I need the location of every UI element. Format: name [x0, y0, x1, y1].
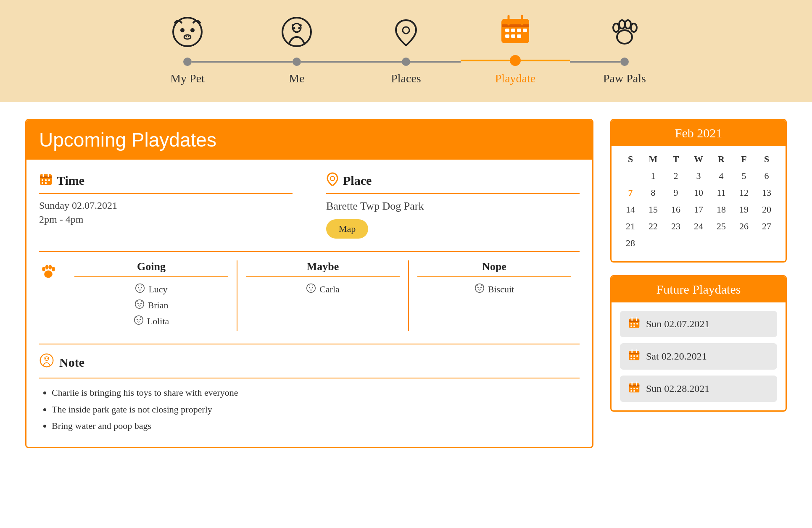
- future-item-2[interactable]: Sun 02.28.2021: [620, 376, 777, 402]
- going-member-2: Lolita: [147, 316, 169, 327]
- svg-rect-72: [629, 320, 640, 322]
- cal-27[interactable]: 27: [756, 219, 777, 234]
- nav-step-me[interactable]: Me: [242, 15, 351, 85]
- cal-14[interactable]: 14: [620, 202, 641, 217]
- maybe-header: Maybe: [246, 260, 400, 277]
- cal-week-4: 21 22 23 24 25 26 27: [620, 219, 777, 234]
- svg-point-39: [330, 176, 335, 181]
- calendar-grid: S M T W R F S 1 2 3 4 5 6: [612, 146, 786, 261]
- svg-point-58: [309, 287, 310, 288]
- panel-title: Upcoming Playdates: [39, 129, 580, 151]
- nav-step-paw-pals[interactable]: Paw Pals: [570, 15, 679, 85]
- maybe-column: Maybe Carla: [237, 260, 409, 331]
- svg-rect-24: [517, 34, 521, 38]
- cal-6[interactable]: 6: [756, 169, 777, 183]
- nav-steps: My Pet Me: [133, 13, 679, 85]
- cal-10[interactable]: 10: [688, 186, 709, 200]
- nav-dot-places: [402, 58, 410, 66]
- cal-28[interactable]: 28: [620, 236, 641, 250]
- cal-20[interactable]: 20: [756, 202, 777, 217]
- cal-empty-2: [643, 236, 664, 250]
- place-name: Barette Twp Dog Park: [326, 200, 580, 213]
- pet-face-lucy: [135, 283, 145, 296]
- svg-point-11: [298, 27, 301, 29]
- cal-25[interactable]: 25: [711, 219, 732, 234]
- cal-9[interactable]: 9: [665, 186, 686, 200]
- svg-rect-37: [42, 182, 43, 184]
- svg-point-1: [180, 28, 185, 32]
- svg-point-69: [45, 358, 46, 359]
- svg-rect-96: [630, 390, 632, 392]
- svg-rect-81: [629, 353, 640, 355]
- svg-point-55: [140, 319, 141, 320]
- note-person-icon: [39, 353, 54, 372]
- cal-22[interactable]: 22: [643, 219, 664, 234]
- svg-point-53: [134, 316, 143, 324]
- future-item-1[interactable]: Sat 02.20.2021: [620, 343, 777, 370]
- cal-8[interactable]: 8: [643, 186, 664, 200]
- nav-label-places: Places: [391, 72, 421, 85]
- nav-dot-my-pet: [183, 58, 192, 66]
- nav-step-playdate[interactable]: Playdate: [461, 13, 570, 85]
- svg-point-27: [619, 20, 625, 29]
- future-date-0: Sun 02.07.2021: [646, 318, 709, 330]
- attendance-table: Going Lucy Brian: [66, 260, 580, 331]
- cal-2[interactable]: 2: [665, 169, 686, 183]
- cal-26[interactable]: 26: [733, 219, 754, 234]
- future-calendar-icon-2: [628, 381, 640, 396]
- cal-15[interactable]: 15: [643, 202, 664, 217]
- svg-point-2: [190, 28, 195, 32]
- cal-12[interactable]: 12: [733, 186, 754, 200]
- svg-point-25: [617, 30, 632, 44]
- cal-header-m: M: [643, 152, 664, 166]
- future-item-0[interactable]: Sun 02.07.2021: [620, 311, 777, 337]
- svg-rect-67: [45, 357, 46, 358]
- nope-header: Nope: [417, 260, 571, 277]
- cal-13[interactable]: 13: [756, 186, 777, 200]
- svg-point-45: [136, 284, 144, 292]
- cal-5[interactable]: 5: [733, 169, 754, 183]
- nav-label-paw-pals: Paw Pals: [603, 72, 646, 85]
- svg-point-62: [477, 287, 479, 288]
- nav-step-my-pet[interactable]: My Pet: [133, 15, 242, 85]
- cal-19[interactable]: 19: [733, 202, 754, 217]
- calendar-headers-row: S M T W R F S: [620, 152, 777, 166]
- location-small-icon: [326, 172, 339, 189]
- svg-rect-35: [45, 179, 47, 181]
- nav-step-places[interactable]: Places: [351, 15, 461, 85]
- cal-16[interactable]: 16: [665, 202, 686, 217]
- nope-column: Nope Biscuit: [409, 260, 580, 331]
- cal-header-r: R: [711, 152, 732, 166]
- cal-23[interactable]: 23: [665, 219, 686, 234]
- svg-point-29: [631, 24, 637, 32]
- cal-4[interactable]: 4: [711, 169, 732, 183]
- svg-point-40: [44, 271, 53, 278]
- time-label: Time: [39, 172, 293, 194]
- svg-point-51: [140, 303, 142, 304]
- nav-label-me: Me: [289, 72, 304, 85]
- cal-24[interactable]: 24: [688, 219, 709, 234]
- nav-dot-playdate: [510, 55, 521, 66]
- note-item-1: The inside park gate is not closing prop…: [52, 401, 580, 418]
- cal-1[interactable]: 1: [643, 169, 664, 183]
- map-button[interactable]: Map: [326, 219, 368, 239]
- svg-rect-79: [633, 326, 635, 327]
- cal-week-2: 7 8 9 10 11 12 13: [620, 186, 777, 200]
- note-item-2: Bring water and poop bags: [52, 418, 580, 434]
- cal-7[interactable]: 7: [620, 186, 641, 200]
- time-hours: 2pm - 4pm: [39, 214, 293, 225]
- cal-header-s2: S: [756, 152, 777, 166]
- cal-18[interactable]: 18: [711, 202, 732, 217]
- calendar-header: Feb 2021: [612, 120, 786, 146]
- svg-point-4: [186, 36, 187, 37]
- cal-11[interactable]: 11: [711, 186, 732, 200]
- svg-rect-18: [505, 29, 509, 32]
- cal-3[interactable]: 3: [688, 169, 709, 183]
- svg-rect-9: [299, 24, 302, 26]
- main-content: Upcoming Playdates: [0, 102, 812, 465]
- svg-rect-19: [511, 29, 515, 32]
- place-section-title: Place: [343, 173, 372, 188]
- attendance-item-lucy: Lucy: [74, 283, 228, 296]
- cal-17[interactable]: 17: [688, 202, 709, 217]
- cal-21[interactable]: 21: [620, 219, 641, 234]
